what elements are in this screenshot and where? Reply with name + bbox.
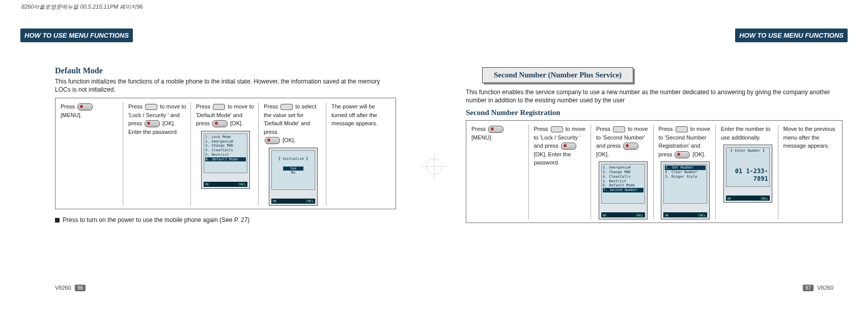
menu-button-icon	[77, 103, 93, 110]
footer-left: V8260 96	[55, 285, 88, 291]
softkey-cncl: CNCL	[239, 182, 246, 186]
menu-item: 3. Ringer Style	[665, 175, 706, 179]
softkey-cncl: CNCL	[761, 196, 768, 201]
menu-item-selected: 6. Default Mode	[205, 157, 246, 162]
softkey-ok: OK	[727, 196, 731, 201]
txt: Press	[61, 103, 76, 109]
softkey-cncl: CNCL	[636, 213, 643, 217]
section-tab-right: HOW TO USE MENU FUNCTIONS	[735, 29, 848, 42]
nav-icon	[613, 126, 625, 132]
bullet-icon	[55, 218, 60, 223]
txt: Press	[534, 126, 550, 132]
left-title: Default Mode	[55, 66, 396, 75]
menu-item: 2. Clear Number	[665, 170, 706, 175]
left-desc: This function initializes the functions …	[55, 77, 396, 94]
txt: Press	[659, 126, 675, 132]
page-left: HOW TO USE MENU FUNCTIONS Default Mode T…	[20, 19, 417, 294]
dialog-yes: Yes	[283, 166, 304, 171]
footer-right: 97 V8260	[801, 285, 833, 291]
menu-item: 6. Default Mode	[603, 183, 643, 188]
left-content: Default Mode This function initializes t…	[55, 63, 396, 224]
page-num: 96	[75, 285, 86, 291]
menu-item: 2. Emergency#	[603, 165, 643, 170]
txt: Press	[128, 103, 144, 109]
left-step-row: Press [MENU]. Press to move to 'Lock / S…	[55, 98, 396, 209]
ok-button-icon	[623, 143, 638, 150]
txt: [MENU].	[61, 112, 82, 118]
dialog-no: No	[273, 171, 314, 175]
phone-screen-init: 【 Initialize 】 Yes No OKCNCL	[269, 148, 318, 206]
softkey-cncl: CNCL	[698, 213, 706, 217]
menu-item: 1. Lock Mode	[205, 135, 246, 140]
rstep-2: Press to move to 'Lock / Security ' and …	[531, 125, 592, 219]
menu-item: 4. ClearCalls	[205, 148, 246, 153]
right-subtitle: Second Number Registration	[466, 108, 843, 117]
menu-item-selected: 1. Set Number	[665, 165, 706, 170]
menu-item: 2. Emergency#	[205, 140, 246, 144]
softkey-ok: OK	[603, 213, 606, 217]
step-5: The power will be turned off after the m…	[328, 102, 394, 206]
step-3: Press to move to 'Default Mode' and pres…	[193, 102, 259, 206]
txt: Press	[596, 126, 612, 132]
ok-button-icon	[561, 143, 576, 150]
crop-mark-icon	[426, 158, 442, 175]
menu-item: 4. ClearCalls	[603, 175, 643, 179]
phone-screen-sn: 1. Set Number 2. Clear Number 3. Ringer …	[661, 161, 710, 219]
phone-screen-menu2: 2. Emergency# 3. Change PWD 4. ClearCall…	[599, 161, 648, 219]
phone-screen-menu: 1. Lock Mode 2. Emergency# 3. Change PWD…	[201, 131, 250, 189]
menu-item-selected: 7. Second Number	[603, 188, 643, 192]
softkey-ok: OK	[205, 182, 209, 186]
txt: [OK].	[283, 137, 295, 143]
print-header: 8260아폴로영문메뉴얼 00.5.215:11PM 페이지96	[21, 3, 143, 11]
note-text: Press to turn on the power to use the mo…	[63, 216, 249, 224]
nav-icon	[281, 104, 293, 110]
rstep-6: Move to the previous menu after the mess…	[780, 125, 841, 219]
section-tab-left: HOW TO USE MENU FUNCTIONS	[20, 29, 133, 42]
txt: Press	[471, 126, 487, 132]
nav-icon	[145, 104, 157, 110]
menu-item: 3. Change PWD	[205, 144, 246, 148]
menu-button-icon	[488, 126, 503, 133]
page-right: HOW TO USE MENU FUNCTIONS Second Number …	[451, 19, 848, 294]
model: V8260	[55, 285, 71, 291]
right-content: Second Number (Number Plus Service) This…	[466, 62, 843, 223]
phone-screen-enter: 【 Enter Number 】 01 1-233-7891 OKCNCL	[723, 145, 772, 203]
ok-button-icon	[675, 151, 690, 158]
rstep-4: Press to move to 'Second Number Registra…	[656, 125, 716, 219]
softkey-ok: OK	[665, 213, 668, 217]
rstep-1: Press [MENU].	[468, 125, 529, 219]
ok-button-icon	[212, 120, 228, 127]
nav-icon	[676, 126, 688, 132]
entered-number: 01 1-233-7891	[727, 153, 768, 183]
txt: Press	[264, 103, 279, 109]
nav-icon	[551, 126, 563, 132]
step-1: Press [MENU].	[58, 102, 123, 206]
dialog-title: 【 Initialize 】	[273, 157, 314, 161]
txt: Move to the previous menu after the mess…	[783, 126, 835, 149]
softkey-ok: OK	[273, 199, 276, 203]
txt: [OK].	[693, 151, 706, 157]
txt: [OK].	[596, 151, 609, 157]
txt: Press	[196, 103, 212, 109]
txt: [OK]. Enter the password.	[534, 151, 571, 166]
left-note: Press to turn on the power to use the mo…	[55, 216, 396, 224]
dialog-title: 【 Enter Number 】	[727, 149, 768, 153]
page-num: 97	[803, 285, 814, 291]
step-2: Press to move to 'Lock / Security ' and …	[125, 102, 191, 206]
right-step-row: Press [MENU]. Press to move to 'Lock / S…	[466, 120, 843, 223]
menu-item: 5. Restrict	[603, 179, 643, 184]
menu-item: 3. Change PWD	[603, 170, 643, 175]
txt: [OK].	[230, 120, 243, 126]
nav-icon	[213, 104, 225, 110]
right-desc: This function enables the service compan…	[466, 88, 843, 104]
ribbon-title: Second Number (Number Plus Service)	[482, 67, 633, 83]
ok-button-icon	[145, 120, 160, 127]
txt: Enter the number to use additionally.	[721, 126, 770, 141]
softkey-cncl: CNCL	[306, 199, 314, 203]
txt: The power will be turned off after the m…	[331, 103, 378, 126]
menu-item: 5. Restrict	[205, 153, 246, 157]
rstep-5: Enter the number to use additionally. 【 …	[718, 125, 778, 219]
txt: [MENU].	[471, 134, 493, 141]
step-4: Press to select the value set for 'Defau…	[261, 102, 326, 206]
rstep-3: Press to move to 'Second Number' and pre…	[593, 125, 654, 219]
